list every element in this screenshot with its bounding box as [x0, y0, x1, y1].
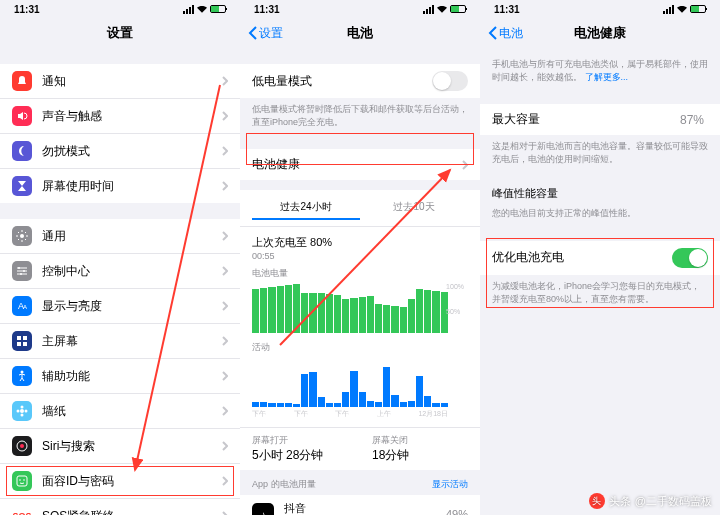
battery-icon	[450, 5, 466, 13]
apps-header: App 的电池用量 显示活动	[240, 470, 480, 495]
settings-row-sos[interactable]: SOSSOS紧急联络	[0, 499, 240, 515]
optimized-charging-row[interactable]: 优化电池充电	[480, 241, 720, 275]
status-time: 11:31	[254, 4, 280, 15]
capacity-value: 87%	[680, 113, 704, 127]
low-power-toggle[interactable]	[432, 71, 468, 91]
settings-row-text[interactable]: AA显示与亮度	[0, 289, 240, 324]
page-title: 设置	[107, 24, 133, 42]
status-right	[183, 5, 226, 14]
settings-row-hourglass[interactable]: 屏幕使用时间	[0, 169, 240, 203]
chevron-right-icon	[222, 146, 228, 156]
chevron-right-icon	[222, 231, 228, 241]
nav-bar: 设置	[0, 18, 240, 48]
svg-point-15	[25, 410, 28, 413]
app-usage-row[interactable]: ♪ 抖音音频 49%	[240, 495, 480, 515]
tab-10d[interactable]: 过去10天	[360, 196, 468, 220]
siri-icon	[12, 436, 32, 456]
chevron-left-icon	[488, 26, 497, 40]
tab-24h[interactable]: 过去24小时	[252, 196, 360, 220]
chevron-left-icon	[248, 26, 257, 40]
max-capacity-row: 最大容量 87%	[480, 104, 720, 135]
svg-point-1	[18, 267, 20, 269]
chevron-right-icon	[462, 160, 468, 170]
flower-icon	[12, 401, 32, 421]
settings-row-moon[interactable]: 勿扰模式	[0, 134, 240, 169]
back-button[interactable]: 设置	[248, 25, 283, 42]
learn-more-link[interactable]: 了解更多...	[585, 72, 629, 82]
chevron-right-icon	[222, 336, 228, 346]
settings-row-sliders[interactable]: 控制中心	[0, 254, 240, 289]
status-bar: 11:31	[0, 0, 240, 18]
phone-settings: 11:31 设置 通知声音与触感勿扰模式屏幕使用时间 通用控制中心AA显示与亮度…	[0, 0, 240, 515]
hourglass-icon	[12, 176, 32, 196]
chevron-right-icon	[222, 406, 228, 416]
chevron-right-icon	[222, 301, 228, 311]
svg-rect-6	[17, 336, 21, 340]
signal-icon	[423, 5, 434, 14]
page-title: 电池健康	[574, 24, 626, 42]
svg-point-13	[21, 414, 24, 417]
svg-point-0	[20, 234, 24, 238]
status-time: 11:31	[494, 4, 520, 15]
settings-row-bell[interactable]: 通知	[0, 64, 240, 99]
intro-text: 手机电池与所有可充电电池类似，属于易耗部件，使用时间越长，能效越低。 了解更多.…	[480, 48, 720, 88]
last-charge-label: 上次充电至 80%	[252, 235, 468, 250]
svg-point-19	[19, 479, 21, 481]
settings-list: 通知声音与触感勿扰模式屏幕使用时间 通用控制中心AA显示与亮度主屏幕辅助功能墙纸…	[0, 48, 240, 515]
svg-point-14	[17, 410, 20, 413]
battery-icon	[690, 5, 706, 13]
face-icon	[12, 471, 32, 491]
svg-text:A: A	[23, 304, 27, 310]
svg-point-20	[23, 479, 25, 481]
settings-row-speaker[interactable]: 声音与触感	[0, 99, 240, 134]
signal-icon	[663, 5, 674, 14]
svg-point-17	[20, 444, 24, 448]
activity-chart	[252, 357, 448, 407]
battery-icon	[210, 5, 226, 13]
settings-row-accessibility[interactable]: 辅助功能	[0, 359, 240, 394]
peak-header: 峰值性能容量	[480, 170, 720, 205]
status-time: 11:31	[14, 4, 40, 15]
chevron-right-icon	[222, 111, 228, 121]
settings-row-siri[interactable]: Siri与搜索	[0, 429, 240, 464]
nav-bar: 电池 电池健康	[480, 18, 720, 48]
page-title: 电池	[347, 24, 373, 42]
svg-rect-7	[23, 336, 27, 340]
gear-icon	[12, 226, 32, 246]
back-button[interactable]: 电池	[488, 25, 523, 42]
lpm-footer: 低电量模式将暂时降低后下载和邮件获取等后台活动，直至iPhone完全充电。	[240, 98, 480, 133]
opt-footer: 为减缓电池老化，iPhone会学习您每日的充电模式，并暂缓充电至80%以上，直至…	[480, 275, 720, 310]
peak-sub: 您的电池目前支持正常的峰值性能。	[480, 205, 720, 225]
watermark: 头 头条 @二手数码盖板	[589, 493, 712, 509]
grid-icon	[12, 331, 32, 351]
svg-point-12	[21, 406, 24, 409]
svg-point-10	[21, 371, 24, 374]
phone-battery-health: 11:31 电池 电池健康 手机电池与所有可充电电池类似，属于易耗部件，使用时间…	[480, 0, 720, 515]
sos-icon: SOS	[12, 506, 32, 515]
wifi-icon	[677, 5, 687, 13]
watermark-icon: 头	[589, 493, 605, 509]
settings-row-grid[interactable]: 主屏幕	[0, 324, 240, 359]
status-bar: 11:31	[480, 0, 720, 18]
app-icon-douyin: ♪	[252, 503, 274, 515]
accessibility-icon	[12, 366, 32, 386]
svg-rect-9	[23, 342, 27, 346]
chevron-right-icon	[222, 476, 228, 486]
svg-rect-8	[17, 342, 21, 346]
settings-row-gear[interactable]: 通用	[0, 219, 240, 254]
usage-summary: 屏幕打开5小时 28分钟 屏幕关闭18分钟	[240, 427, 480, 470]
battery-health-row[interactable]: 电池健康	[240, 149, 480, 180]
wifi-icon	[437, 5, 447, 13]
chevron-right-icon	[222, 441, 228, 451]
chevron-right-icon	[222, 371, 228, 381]
show-activity-link[interactable]: 显示活动	[432, 478, 468, 491]
svg-point-3	[20, 273, 22, 275]
low-power-mode-row[interactable]: 低电量模式	[240, 64, 480, 98]
settings-row-face[interactable]: 面容ID与密码	[0, 464, 240, 499]
chevron-right-icon	[222, 266, 228, 276]
optimized-charging-toggle[interactable]	[672, 248, 708, 268]
moon-icon	[12, 141, 32, 161]
phone-battery: 11:31 设置 电池 低电量模式 低电量模式将暂时降低后下载和邮件获取等后台活…	[240, 0, 480, 515]
capacity-footer: 这是相对于新电池而言的电池容量。容量较低可能导致充电后，电池的使用时间缩短。	[480, 135, 720, 170]
settings-row-flower[interactable]: 墙纸	[0, 394, 240, 429]
